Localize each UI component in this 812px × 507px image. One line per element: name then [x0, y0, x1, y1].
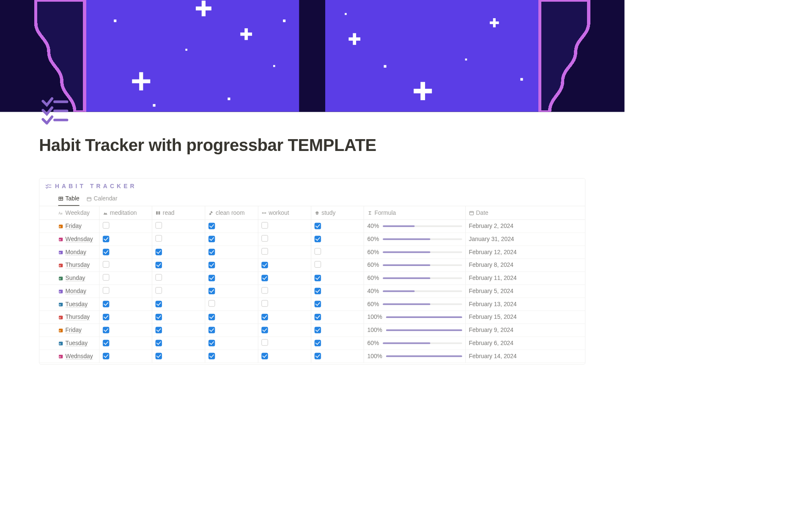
checkbox[interactable]	[103, 301, 109, 307]
row-title[interactable]: Sunday	[66, 275, 85, 281]
column-header-read[interactable]: read	[152, 206, 205, 220]
row-title[interactable]: Thursday	[66, 262, 90, 268]
checkbox[interactable]	[103, 236, 109, 242]
checkbox[interactable]	[261, 327, 268, 333]
checkbox[interactable]	[156, 222, 162, 228]
checkbox[interactable]	[314, 223, 321, 229]
row-title[interactable]: Wednsday	[66, 353, 93, 359]
checkbox[interactable]	[261, 248, 268, 255]
checkbox[interactable]	[103, 274, 109, 280]
checkbox[interactable]	[156, 353, 162, 359]
column-label: workout	[269, 209, 289, 216]
checkbox[interactable]	[261, 339, 268, 345]
checkbox[interactable]	[314, 275, 321, 281]
page-icon[interactable]	[40, 96, 69, 125]
svg-rect-38	[265, 212, 266, 214]
row-title[interactable]: Friday	[66, 327, 82, 333]
calendar-icon	[87, 196, 92, 201]
row-title[interactable]: Thursday	[66, 314, 90, 320]
checkbox[interactable]	[156, 235, 162, 241]
row-title[interactable]: Tuesday	[66, 340, 88, 346]
checkbox[interactable]	[314, 353, 321, 359]
checkbox[interactable]	[103, 314, 109, 320]
checkbox[interactable]	[261, 314, 268, 320]
checkbox[interactable]	[103, 249, 109, 255]
checkbox[interactable]	[156, 340, 162, 346]
checkbox[interactable]	[103, 222, 109, 228]
table-row: Thursday100%February 15, 2024	[39, 311, 585, 324]
tab-table[interactable]: Table	[58, 195, 80, 206]
checkbox[interactable]	[156, 301, 162, 307]
checkbox[interactable]	[261, 353, 268, 359]
row-title[interactable]: Wednsday	[66, 236, 93, 242]
checkbox[interactable]	[156, 249, 162, 255]
checkbox[interactable]	[103, 287, 109, 293]
checkbox[interactable]	[314, 248, 321, 255]
checkbox[interactable]	[208, 353, 215, 359]
checkbox[interactable]	[103, 340, 109, 346]
tab-calendar[interactable]: Calendar	[87, 195, 118, 206]
svg-rect-53	[60, 266, 60, 266]
checkbox[interactable]	[208, 262, 215, 268]
checkbox[interactable]	[156, 274, 162, 280]
database-title[interactable]: HABIT TRACKER	[55, 183, 137, 190]
column-header-clean[interactable]: clean room	[205, 206, 258, 220]
progress-percent: 100%	[368, 353, 382, 359]
progress-percent: 60%	[368, 301, 379, 307]
checkbox[interactable]	[261, 287, 268, 293]
page-title[interactable]: Habit Tracker with progressbar TEMPLATE	[39, 135, 585, 155]
row-title[interactable]: Tuesday	[66, 301, 88, 307]
column-header-date[interactable]: Date	[465, 206, 585, 220]
checkbox[interactable]	[314, 314, 321, 320]
checkbox[interactable]	[208, 314, 215, 320]
column-header-formula[interactable]: Formula	[364, 206, 465, 220]
column-header-study[interactable]: study	[311, 206, 364, 220]
checkbox[interactable]	[314, 340, 321, 346]
checkbox[interactable]	[208, 340, 215, 346]
checkbox[interactable]	[208, 300, 215, 307]
svg-rect-15	[490, 22, 499, 24]
checkbox[interactable]	[314, 301, 321, 307]
checkbox[interactable]	[156, 327, 162, 333]
progress-cell: 60%	[368, 275, 462, 282]
progress-cell: 60%	[368, 301, 462, 307]
checkbox[interactable]	[103, 261, 109, 268]
date-cell: February 8, 2024	[465, 259, 585, 272]
checkbox[interactable]	[208, 288, 215, 294]
row-title[interactable]: Friday	[66, 223, 82, 229]
checkbox[interactable]	[314, 261, 321, 268]
checkbox[interactable]	[208, 275, 215, 281]
checkbox[interactable]	[156, 314, 162, 320]
checkbox[interactable]	[314, 288, 321, 294]
table-row: Monday60%February 12, 2024	[39, 246, 585, 259]
progress-percent: 60%	[368, 236, 379, 243]
svg-rect-68	[60, 330, 60, 331]
checkbox[interactable]	[208, 249, 215, 255]
progress-cell: 40%	[368, 223, 462, 230]
checkbox[interactable]	[208, 327, 215, 333]
checkbox[interactable]	[261, 300, 268, 307]
checkbox[interactable]	[156, 287, 162, 293]
checkbox[interactable]	[103, 327, 109, 333]
column-header-weekday[interactable]: AaWeekday	[39, 206, 99, 220]
checkbox[interactable]	[314, 236, 321, 242]
row-title[interactable]: Monday	[66, 249, 86, 255]
svg-rect-1	[85, 0, 299, 112]
svg-rect-55	[59, 277, 63, 278]
checkbox[interactable]	[261, 222, 268, 228]
svg-rect-24	[465, 58, 467, 60]
column-header-workout[interactable]: workout	[258, 206, 311, 220]
checkbox[interactable]	[208, 223, 215, 229]
checkbox[interactable]	[314, 327, 321, 333]
checkbox[interactable]	[156, 262, 162, 268]
checkbox[interactable]	[261, 262, 268, 268]
checkbox[interactable]	[208, 236, 215, 242]
checkbox[interactable]	[261, 275, 268, 281]
progress-bar	[383, 303, 462, 305]
checkbox[interactable]	[103, 353, 109, 359]
table-row: Friday40%February 2, 2024	[39, 219, 585, 233]
row-title[interactable]: Monday	[66, 288, 86, 294]
checkbox[interactable]	[261, 235, 268, 241]
column-header-meditation[interactable]: meditation	[99, 206, 152, 220]
column-label: read	[163, 209, 175, 216]
